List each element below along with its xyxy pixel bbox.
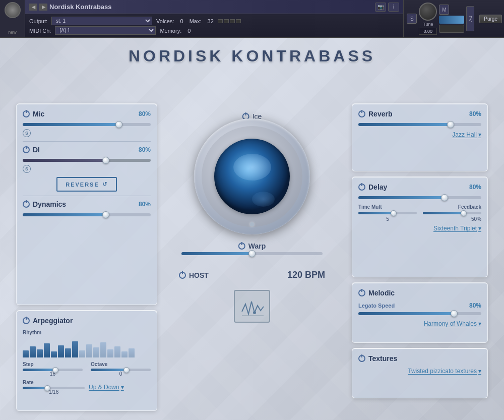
led-2 [224, 19, 229, 23]
delay-power-icon[interactable] [358, 184, 365, 191]
reverse-button[interactable]: REVERSE ↺ [56, 177, 117, 192]
dynamics-slider-fill [23, 213, 106, 216]
rhythm-bar-11[interactable] [100, 342, 106, 357]
di-slider-track[interactable] [23, 159, 151, 162]
delay-slider-track[interactable] [358, 196, 481, 199]
textures-power-icon[interactable] [358, 355, 365, 362]
pv-button[interactable]: PV [466, 6, 474, 31]
melodic-preset-dropdown[interactable]: Harmony of Whales ▾ [424, 320, 481, 327]
octave-slider[interactable] [91, 369, 151, 371]
rhythm-bar-4[interactable] [51, 351, 57, 357]
m-button[interactable]: M [439, 5, 449, 15]
next-instrument-btn[interactable]: ▶ [39, 4, 47, 11]
output-select[interactable]: st. 1 [51, 17, 152, 25]
melodic-slider-thumb[interactable] [451, 310, 458, 317]
textures-preset-dropdown[interactable]: Twisted pizzicato textures ▾ [408, 368, 481, 375]
reverb-slider-fill [358, 123, 451, 126]
page-title: NORDISK KONTRABASS [0, 38, 504, 71]
reverb-slider-thumb[interactable] [447, 121, 454, 128]
rhythm-bar-7[interactable] [72, 341, 78, 357]
purge-button[interactable]: Purge [479, 15, 502, 23]
prev-instrument-btn[interactable]: ◀ [29, 4, 37, 11]
octave-col: Octave 0 [91, 362, 151, 377]
voices-label: Voices: [156, 18, 174, 24]
step-fill [23, 369, 55, 371]
di-slider-thumb[interactable] [102, 157, 109, 164]
rhythm-bar-12[interactable] [107, 349, 113, 357]
host-power-icon[interactable] [179, 272, 186, 279]
rhythm-bar-3[interactable] [44, 343, 50, 357]
time-mult-slider[interactable] [358, 212, 417, 214]
divider-1 [23, 141, 151, 142]
big-knob-outer[interactable] [194, 118, 310, 234]
rate-thumb[interactable] [44, 385, 50, 391]
step-octave-row: Step 16 Octave 0 [23, 362, 151, 377]
memory-label: Memory: [160, 28, 181, 34]
di-power-icon[interactable] [23, 146, 30, 153]
main-knob[interactable] [419, 3, 437, 21]
info-icon[interactable]: i [388, 3, 399, 12]
legato-label: Legato Speed [358, 303, 395, 309]
warp-slider-thumb[interactable] [248, 250, 256, 257]
dynamics-slider-thumb[interactable] [102, 211, 109, 218]
host-label-group: HOST [179, 271, 209, 279]
top-bar-main: ◀ ▶ Nordisk Kontrabass 📷 i Output: st. 1… [25, 0, 403, 37]
dynamics-label: Dynamics [33, 200, 66, 208]
warp-power-icon[interactable] [238, 243, 245, 250]
reverb-preset-dropdown[interactable]: Jazz Hall ▾ [452, 131, 481, 138]
camera-icon[interactable]: 📷 [375, 3, 386, 12]
midi-select[interactable]: [A] 1 [55, 26, 156, 35]
time-mult-thumb[interactable] [391, 210, 397, 216]
led-3 [230, 19, 235, 23]
rhythm-bar-9[interactable] [86, 344, 92, 357]
instrument-name: Nordisk Kontrabass [49, 3, 112, 11]
rate-slider[interactable] [23, 387, 85, 389]
mic-slider-thumb[interactable] [115, 121, 122, 128]
dynamics-value: 80% [139, 201, 151, 208]
reverb-power-icon[interactable] [358, 110, 365, 117]
rhythm-bar-1[interactable] [30, 346, 36, 357]
melodic-slider-track[interactable] [358, 312, 481, 315]
melodic-dropdown-icon: ▾ [478, 320, 481, 327]
octave-thumb[interactable] [123, 367, 130, 373]
warp-slider-fill [181, 252, 252, 255]
dynamics-power-icon[interactable] [23, 201, 30, 208]
rhythm-bar-10[interactable] [93, 347, 99, 357]
rhythm-bar-8[interactable] [79, 350, 85, 357]
rhythm-bar-6[interactable] [65, 348, 71, 357]
step-slider[interactable] [23, 369, 83, 371]
big-knob-ring [202, 126, 302, 227]
memory-row: Memory: 0 [160, 28, 191, 34]
panel-mic-di: Mic 80% S DI 80% S REVERSE ↺ Dynamics [16, 103, 157, 305]
arp-label: Arpeggiator [33, 317, 73, 325]
rhythm-bar-5[interactable] [58, 345, 64, 357]
rhythm-bar-13[interactable] [114, 346, 120, 357]
rhythm-bar-0[interactable] [23, 350, 29, 357]
di-label: DI [33, 146, 40, 154]
warp-slider-track[interactable] [181, 252, 323, 255]
rhythm-bar-14[interactable] [121, 351, 128, 357]
delay-slider-fill [358, 196, 445, 199]
direction-dropdown[interactable]: Up & Down ▾ [89, 384, 124, 391]
max-value: 32 [208, 18, 214, 24]
host-label: HOST [189, 271, 209, 279]
arp-power-icon[interactable] [23, 317, 30, 324]
feedback-slider[interactable] [423, 212, 481, 214]
feedback-thumb[interactable] [461, 210, 467, 216]
delay-label: Delay [368, 183, 387, 191]
step-thumb[interactable] [52, 367, 58, 373]
mic-power-icon[interactable] [23, 110, 30, 117]
reverb-slider-track[interactable] [358, 123, 481, 126]
rhythm-bar-2[interactable] [37, 349, 43, 357]
s-button[interactable]: S [407, 14, 417, 24]
delay-preset-dropdown[interactable]: Sixteenth Triplet ▾ [433, 225, 481, 232]
dynamics-slider-track[interactable] [23, 213, 151, 216]
rhythm-bar-15[interactable] [129, 348, 135, 357]
mic-slider-track[interactable] [23, 123, 151, 126]
voices-value: 0 [180, 18, 183, 24]
mic-s-icon[interactable]: S [23, 129, 31, 137]
rhythm-label: Rhythm [23, 330, 151, 335]
di-s-icon[interactable]: S [23, 165, 31, 173]
delay-slider-thumb[interactable] [441, 194, 448, 201]
melodic-power-icon[interactable] [358, 289, 365, 296]
